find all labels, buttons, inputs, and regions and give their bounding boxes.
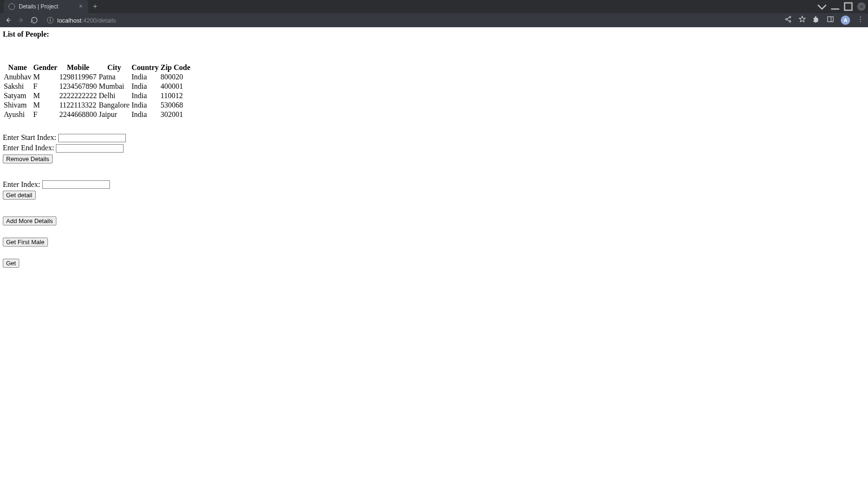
cell-gender: F: [32, 110, 59, 119]
cell-gender: F: [32, 82, 59, 91]
table-row: ShivamM1122113322BangaloreIndia530068: [3, 100, 191, 110]
get-first-male-button[interactable]: Get First Male: [3, 238, 48, 247]
cell-country: India: [131, 82, 160, 91]
svg-point-8: [860, 21, 861, 22]
cell-zip: 800020: [160, 72, 192, 82]
index-row: Enter Index:: [3, 179, 865, 190]
index-label: Enter Index:: [3, 180, 42, 188]
table-row: AyushiF2244668800JaipurIndia302001: [3, 110, 191, 119]
back-button[interactable]: [4, 16, 12, 24]
page-content: List of People: Name Gender Mobile City …: [0, 27, 868, 270]
remove-details-button[interactable]: Remove Details: [3, 154, 53, 163]
cell-name: Satyam: [3, 91, 32, 100]
close-window-button[interactable]: ✕: [855, 0, 868, 13]
cell-city: Jaipur: [98, 110, 131, 119]
svg-point-7: [860, 19, 861, 20]
page-title: List of People:: [3, 30, 865, 39]
maximize-button[interactable]: [842, 0, 855, 13]
cell-name: Sakshi: [3, 82, 32, 91]
people-table: Name Gender Mobile City Country Zip Code…: [3, 63, 191, 119]
profile-avatar[interactable]: A: [841, 15, 850, 25]
add-more-details-button[interactable]: Add More Details: [3, 216, 56, 225]
col-city: City: [98, 63, 131, 72]
cell-zip: 530068: [160, 100, 192, 110]
minimize-button[interactable]: [829, 0, 842, 13]
cell-city: Patna: [98, 72, 131, 82]
globe-icon: [8, 3, 15, 10]
cell-country: India: [131, 91, 160, 100]
cell-city: Delhi: [98, 91, 131, 100]
col-zip: Zip Code: [160, 63, 192, 72]
end-index-row: Enter End Index:: [3, 143, 865, 153]
cell-zip: 110012: [160, 91, 192, 100]
end-index-input[interactable]: [56, 144, 124, 153]
cell-mobile: 1122113322: [58, 100, 98, 110]
window-controls: ✕: [815, 0, 868, 13]
col-country: Country: [131, 63, 160, 72]
end-index-label: Enter End Index:: [3, 144, 56, 152]
col-gender: Gender: [32, 63, 59, 72]
svg-point-6: [860, 16, 861, 17]
cell-mobile: 2222222222: [58, 91, 98, 100]
start-index-input[interactable]: [58, 134, 126, 142]
svg-rect-0: [845, 3, 852, 10]
forward-button[interactable]: [17, 16, 25, 24]
cell-city: Mumbai: [98, 82, 131, 91]
cell-gender: M: [32, 100, 59, 110]
get-detail-button[interactable]: Get detail: [3, 191, 36, 200]
start-index-label: Enter Start Index:: [3, 133, 58, 141]
browser-chrome: Details | Project × + ✕: [0, 0, 868, 27]
browser-tab[interactable]: Details | Project ×: [4, 0, 88, 13]
cell-country: India: [131, 110, 160, 119]
address-bar[interactable]: i localhost:4200/details: [45, 15, 780, 25]
tab-title: Details | Project: [19, 3, 74, 10]
cell-mobile: 1298119967: [58, 72, 98, 82]
cell-country: India: [131, 100, 160, 110]
cell-gender: M: [32, 91, 59, 100]
share-icon[interactable]: [784, 15, 792, 25]
table-row: AnubhavM1298119967PatnaIndia800020: [3, 72, 191, 82]
reload-button[interactable]: [30, 16, 39, 24]
extensions-icon[interactable]: [813, 15, 820, 25]
star-icon[interactable]: [798, 15, 806, 25]
table-row: SatyamM2222222222DelhiIndia110012: [3, 91, 191, 100]
cell-mobile: 1234567890: [58, 82, 98, 91]
cell-name: Anubhav: [3, 72, 32, 82]
col-name: Name: [3, 63, 32, 72]
table-row: SakshiF1234567890MumbaiIndia400001: [3, 82, 191, 91]
cell-city: Bangalore: [98, 100, 131, 110]
close-tab-icon[interactable]: ×: [78, 3, 84, 10]
url-text: localhost:4200/details: [57, 17, 116, 24]
info-icon[interactable]: i: [47, 17, 54, 23]
tab-bar: Details | Project × + ✕: [0, 0, 868, 13]
cell-gender: M: [32, 72, 59, 82]
cell-country: India: [131, 72, 160, 82]
cell-mobile: 2244668800: [58, 110, 98, 119]
col-mobile: Mobile: [58, 63, 98, 72]
svg-rect-4: [828, 17, 833, 22]
cell-name: Ayushi: [3, 110, 32, 119]
menu-icon[interactable]: [857, 15, 864, 25]
get-button[interactable]: Get: [3, 259, 19, 268]
start-index-row: Enter Start Index:: [3, 132, 865, 143]
panel-icon[interactable]: [827, 15, 834, 25]
index-input[interactable]: [42, 180, 110, 189]
chevron-down-icon[interactable]: [815, 0, 829, 13]
toolbar: i localhost:4200/details A: [0, 13, 868, 27]
new-tab-button[interactable]: +: [93, 3, 97, 10]
table-header-row: Name Gender Mobile City Country Zip Code: [3, 63, 191, 72]
cell-zip: 400001: [160, 82, 192, 91]
toolbar-right: A: [784, 15, 864, 25]
cell-zip: 302001: [160, 110, 192, 119]
cell-name: Shivam: [3, 100, 32, 110]
